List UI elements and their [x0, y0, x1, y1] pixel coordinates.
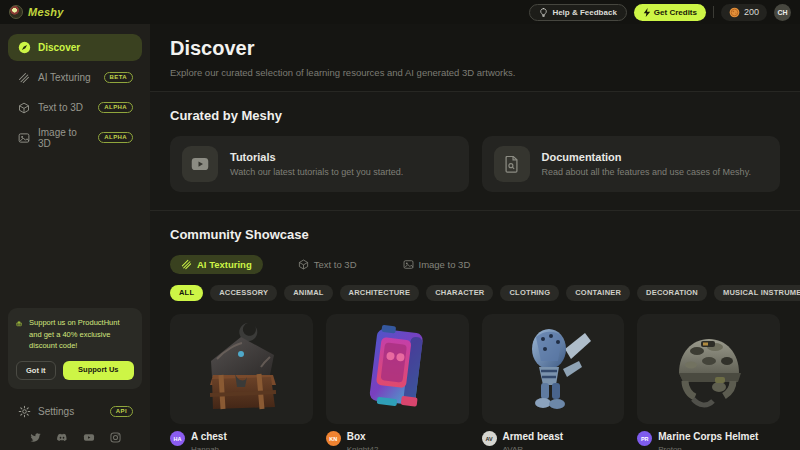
play-icon: [182, 146, 218, 182]
brand-name: Meshy: [28, 6, 64, 18]
get-credits-label: Get Credits: [654, 8, 697, 17]
author-avatar[interactable]: AV: [482, 431, 497, 446]
curated-heading: Curated by Meshy: [170, 108, 780, 123]
showcase-heading: Community Showcase: [170, 227, 780, 242]
tutorials-description: Watch our latest tutorials to get you st…: [230, 167, 403, 177]
api-badge: API: [110, 406, 133, 417]
sidebar-item-settings[interactable]: Settings API: [8, 397, 142, 425]
support-promo-card: Support us on ProductHunt and get a 40% …: [8, 308, 142, 389]
artwork-chest-image: [170, 314, 313, 424]
artwork-title: A chest: [191, 431, 227, 443]
social-links: [8, 425, 142, 446]
sidebar: Discover AI Texturing BETA Text to 3D AL…: [0, 24, 150, 450]
sidebar-item-label: Image to 3D: [38, 127, 91, 149]
tutorials-card[interactable]: Tutorials Watch our latest tutorials to …: [170, 136, 469, 192]
gift-icon: [16, 317, 22, 330]
compass-icon: [17, 41, 31, 55]
top-bar: Meshy Help & Feedback Get Credits 200 CH: [0, 0, 800, 24]
page-title: Discover: [170, 37, 780, 60]
gear-icon: [17, 404, 31, 418]
alpha-badge: ALPHA: [98, 132, 133, 143]
promo-text: Support us on ProductHunt and get a 40% …: [29, 317, 134, 352]
tab-image-to-3d[interactable]: Image to 3D: [392, 255, 482, 274]
topbar-divider: [713, 6, 714, 18]
documentation-card[interactable]: Documentation Read about all the feature…: [482, 136, 781, 192]
sidebar-item-label: Text to 3D: [38, 102, 83, 113]
filter-character[interactable]: CHARACTER: [426, 285, 493, 301]
tab-text-to-3d[interactable]: Text to 3D: [287, 255, 368, 274]
sidebar-item-label: Discover: [38, 42, 80, 53]
cube-icon: [17, 101, 31, 115]
artwork-armed-beast-image: [482, 314, 625, 424]
document-icon: [494, 146, 530, 182]
filter-decoration[interactable]: DECORATION: [637, 285, 707, 301]
author-avatar[interactable]: KN: [326, 431, 341, 446]
tab-label: Text to 3D: [314, 259, 357, 270]
artwork-author: AVAR: [503, 445, 564, 450]
artwork-title: Marine Corps Helmet: [658, 431, 758, 443]
curated-section: Curated by Meshy Tutorials Watch our lat…: [150, 92, 800, 192]
help-feedback-button[interactable]: Help & Feedback: [529, 4, 626, 21]
cube-icon: [298, 259, 309, 270]
beta-badge: BETA: [104, 72, 134, 83]
sidebar-item-ai-texturing[interactable]: AI Texturing BETA: [8, 64, 142, 91]
filter-animal[interactable]: ANIMAL: [284, 285, 332, 301]
lightning-icon: [643, 8, 651, 17]
showcase-item-chest[interactable]: HA A chest Hannah: [170, 314, 313, 450]
coin-icon: [729, 7, 740, 18]
brand[interactable]: Meshy: [9, 5, 64, 19]
artwork-author: Hannah: [191, 445, 227, 450]
instagram-icon[interactable]: [110, 432, 121, 443]
credits-count: 200: [744, 7, 759, 17]
showcase-item-box[interactable]: KN Box Knight42: [326, 314, 469, 450]
tab-label: Image to 3D: [419, 259, 471, 270]
got-it-button[interactable]: Got it: [16, 361, 56, 380]
artwork-helmet-image: [637, 314, 780, 424]
filter-accessory[interactable]: ACCESSORY: [210, 285, 277, 301]
showcase-section: Community Showcase AI Texturing Text to …: [150, 210, 800, 450]
sidebar-item-label: AI Texturing: [38, 72, 91, 83]
sidebar-item-image-to-3d[interactable]: Image to 3D ALPHA: [8, 124, 142, 151]
sidebar-item-text-to-3d[interactable]: Text to 3D ALPHA: [8, 94, 142, 121]
artwork-author: Proton: [658, 445, 758, 450]
twitter-icon[interactable]: [30, 432, 41, 443]
artwork-author: Knight42: [347, 445, 379, 450]
help-feedback-label: Help & Feedback: [552, 8, 616, 17]
texture-brush-icon: [181, 259, 192, 270]
tab-label: AI Texturing: [197, 259, 252, 270]
settings-label: Settings: [38, 406, 74, 417]
filter-architecture[interactable]: ARCHITECTURE: [340, 285, 420, 301]
showcase-tabs: AI Texturing Text to 3D Image to 3D: [170, 255, 780, 274]
filter-musical-instrument[interactable]: MUSICAL INSTRUMENT: [714, 285, 800, 301]
discord-icon[interactable]: [56, 432, 68, 443]
filter-container[interactable]: CONTAINER: [566, 285, 630, 301]
meshy-logo-icon: [9, 5, 23, 19]
documentation-description: Read about all the features and use case…: [542, 167, 751, 177]
author-avatar[interactable]: PR: [637, 431, 652, 446]
showcase-item-helmet[interactable]: PR Marine Corps Helmet Proton: [637, 314, 780, 450]
alpha-badge: ALPHA: [98, 102, 133, 113]
showcase-item-armed-beast[interactable]: AV Armed beast AVAR: [482, 314, 625, 450]
image-icon: [403, 259, 414, 270]
get-credits-button[interactable]: Get Credits: [634, 4, 706, 21]
tab-ai-texturing[interactable]: AI Texturing: [170, 255, 263, 274]
credits-balance[interactable]: 200: [721, 4, 767, 21]
artwork-box-image: [326, 314, 469, 424]
documentation-title: Documentation: [542, 151, 751, 163]
lightbulb-icon: [539, 8, 548, 17]
artwork-title: Armed beast: [503, 431, 564, 443]
main-content: Discover Explore our curated selection o…: [150, 24, 800, 450]
texture-brush-icon: [17, 71, 31, 85]
artwork-title: Box: [347, 431, 379, 443]
category-filters: ALL ACCESSORY ANIMAL ARCHITECTURE CHARAC…: [170, 285, 780, 301]
filter-all[interactable]: ALL: [170, 285, 203, 301]
support-us-button[interactable]: Support Us: [63, 361, 134, 380]
author-avatar[interactable]: HA: [170, 431, 185, 446]
page-header: Discover Explore our curated selection o…: [150, 24, 800, 92]
user-avatar[interactable]: CH: [774, 4, 791, 21]
sidebar-item-discover[interactable]: Discover: [8, 34, 142, 61]
tutorials-title: Tutorials: [230, 151, 403, 163]
youtube-icon[interactable]: [83, 432, 95, 443]
page-subtitle: Explore our curated selection of learnin…: [170, 67, 780, 78]
filter-clothing[interactable]: CLOTHING: [500, 285, 559, 301]
